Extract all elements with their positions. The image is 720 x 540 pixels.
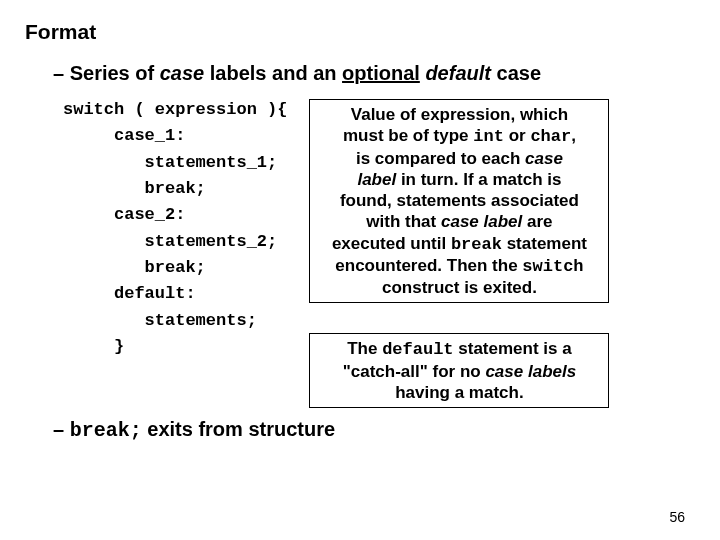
code-block: switch ( expression ){ case_1: statement… bbox=[63, 97, 287, 360]
text: labels and an bbox=[204, 62, 342, 84]
line: in turn. If a match is bbox=[396, 170, 561, 189]
line: statement is a bbox=[454, 339, 572, 358]
line: encountered. Then the bbox=[335, 256, 522, 275]
kw-break: break; bbox=[70, 419, 142, 442]
content-row: switch ( expression ){ case_1: statement… bbox=[63, 97, 695, 408]
kw-default: default bbox=[382, 340, 453, 359]
kw-switch: switch bbox=[522, 257, 583, 276]
bullet-series: – Series of case labels and an optional … bbox=[53, 62, 695, 85]
line: with that bbox=[366, 212, 441, 231]
line: "catch-all" for no bbox=[343, 362, 486, 381]
kw-label: label bbox=[357, 170, 396, 189]
kw-int: int bbox=[473, 127, 504, 146]
line: having a match. bbox=[395, 383, 523, 402]
line: , bbox=[571, 126, 576, 145]
line: must be of type bbox=[343, 126, 473, 145]
text: case bbox=[491, 62, 541, 84]
line: executed until bbox=[332, 234, 451, 253]
line: Value of expression, which bbox=[351, 105, 568, 124]
kw-case-labels: case labels bbox=[485, 362, 576, 381]
page-number: 56 bbox=[669, 509, 685, 525]
explanation-box-2: The default statement is a "catch-all" f… bbox=[309, 333, 609, 408]
kw-optional: optional bbox=[342, 62, 420, 84]
side-column: Value of expression, which must be of ty… bbox=[309, 97, 609, 408]
line: is compared to each bbox=[356, 149, 525, 168]
bullet-break: – break; exits from structure bbox=[53, 418, 695, 442]
explanation-box-1: Value of expression, which must be of ty… bbox=[309, 99, 609, 303]
line: found, statements associated bbox=[340, 191, 579, 210]
line: construct is exited. bbox=[382, 278, 537, 297]
line: statement bbox=[502, 234, 587, 253]
kw-default: default bbox=[425, 62, 491, 84]
text: Series of bbox=[70, 62, 160, 84]
kw-char: char bbox=[530, 127, 571, 146]
kw-break: break bbox=[451, 235, 502, 254]
line: or bbox=[504, 126, 530, 145]
kw-case: case bbox=[525, 149, 563, 168]
line: are bbox=[522, 212, 552, 231]
kw-case: case bbox=[160, 62, 205, 84]
dash: – bbox=[53, 418, 64, 440]
kw-case-label: case label bbox=[441, 212, 522, 231]
dash: – bbox=[53, 62, 64, 84]
line: The bbox=[347, 339, 382, 358]
section-heading: Format bbox=[25, 20, 695, 44]
text: exits from structure bbox=[142, 418, 335, 440]
